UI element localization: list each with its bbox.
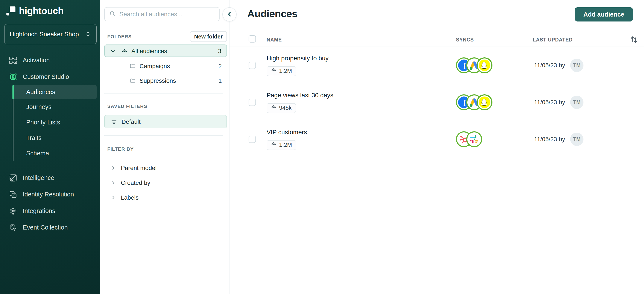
sort-arrows-icon [630,41,639,45]
avatar[interactable]: TM [570,59,584,72]
search-box [104,7,220,21]
panel-divider [104,135,223,136]
snapchat-sync-icon[interactable] [476,94,492,110]
folder-label: Suppressions [140,77,176,84]
saved-filter-label: Default [122,118,140,125]
folder-campaigns[interactable]: Campaigns 2 [104,60,227,72]
sidebar: hightouch Hightouch Sneaker Shop [0,0,100,294]
sort-button[interactable] [629,34,639,45]
table-row[interactable]: VIP customers 1.2M [230,121,644,158]
chevron-left-icon [226,11,233,19]
table-row[interactable]: Page views last 30 days 945k [230,84,644,121]
sidebar-item-identity-resolution[interactable]: Identity Resolution [0,186,100,203]
filter-group-labels[interactable]: Labels [104,190,227,205]
integrations-icon [9,207,17,215]
sidebar-item-traits[interactable]: Traits [0,130,100,145]
audience-size: 1.2M [279,142,292,148]
search-input[interactable] [119,11,215,18]
folder-icon [130,63,136,70]
syncs-cell [456,121,482,158]
chevron-down-icon [110,48,116,55]
folder-suppressions[interactable]: Suppressions 1 [104,74,227,87]
new-folder-button[interactable]: New folder [190,31,227,42]
filter-group-parent-model[interactable]: Parent model [104,161,227,176]
customer-studio-subnav: Audiences Journeys Priority Lists Traits… [0,85,100,161]
workspace-selector[interactable]: Hightouch Sneaker Shop [4,24,96,44]
hightouch-logo-icon [6,7,16,16]
row-checkbox[interactable] [248,136,256,143]
folders-panel: FOLDERS New folder All audiences 3 [100,0,230,294]
svg-text:f: f [463,98,466,108]
syncs-cell: f [456,84,492,121]
identity-resolution-icon [9,190,17,199]
audience-name[interactable]: High propensity to buy [266,55,329,62]
folder-all-audiences[interactable]: All audiences 3 [104,45,227,57]
slack-sync-icon[interactable] [466,131,482,147]
table-row[interactable]: High propensity to buy 1.2M [230,47,644,84]
subnav-item-label: Priority Lists [26,119,60,126]
up-down-chevron-icon [85,31,91,38]
collapse-panel-button[interactable] [222,7,236,22]
audience-size-badge: 945k [266,103,296,113]
sidebar-item-integrations[interactable]: Integrations [0,203,100,219]
audience-name-cell: Page views last 30 days 945k [266,84,334,121]
audience-size: 945k [279,105,292,111]
search-icon [109,10,116,18]
audience-size: 1.2M [279,68,292,74]
folder-icon [130,78,136,85]
filter-icon [111,119,117,126]
row-checkbox[interactable] [248,62,256,69]
logo-text: hightouch [19,6,64,16]
sidebar-item-intelligence[interactable]: Intelligence [0,170,100,186]
last-updated-text: 11/05/23 by [534,62,565,69]
syncs-cell: f [456,47,492,84]
audience-group-icon [122,48,128,55]
saved-filters-section-label: SAVED FILTERS [107,104,147,109]
sidebar-item-label: Intelligence [23,174,54,181]
folders-section-label: FOLDERS [107,34,132,40]
sidebar-item-event-collection[interactable]: Event Collection [0,219,100,236]
filter-group-label: Created by [121,179,150,186]
audience-name[interactable]: VIP customers [266,129,307,136]
last-updated-text: 11/05/23 by [534,136,565,143]
column-header-last-updated: LAST UPDATED [533,37,573,43]
sidebar-item-customer-studio[interactable]: Customer Studio [0,69,100,85]
folder-label: All audiences [132,48,167,55]
sidebar-item-label: Identity Resolution [23,191,74,198]
main-content: Audiences Add audience NAME SYNCS LAST U… [230,0,644,294]
last-updated-cell: 11/05/23 by TM [534,84,584,121]
row-checkbox[interactable] [248,99,256,106]
audience-table-body: High propensity to buy 1.2M [230,47,644,158]
audience-group-icon [271,68,276,75]
avatar[interactable]: TM [570,96,584,109]
workspace-name: Hightouch Sneaker Shop [10,31,79,38]
sidebar-item-label: Event Collection [23,224,68,231]
sidebar-item-journeys[interactable]: Journeys [0,99,100,115]
sidebar-item-label: Integrations [23,207,56,214]
sidebar-item-schema[interactable]: Schema [0,145,100,161]
snapchat-sync-icon[interactable] [476,57,492,73]
avatar[interactable]: TM [570,133,584,146]
sidebar-item-activation[interactable]: Activation [0,52,100,69]
select-all-checkbox[interactable] [248,35,256,43]
sidebar-item-priority-lists[interactable]: Priority Lists [0,115,100,130]
saved-filter-default[interactable]: Default [104,115,227,128]
event-collection-icon [9,223,17,232]
folder-count: 2 [218,63,222,70]
chevron-right-icon [110,180,116,186]
sidebar-item-label: Activation [23,57,50,64]
folder-count: 1 [218,77,222,84]
panel-divider [104,94,223,94]
subnav-item-label: Schema [26,150,49,157]
sidebar-item-audiences[interactable]: Audiences [12,85,96,99]
last-updated-text: 11/05/23 by [534,99,565,106]
filter-group-label: Parent model [121,165,157,171]
audience-group-icon [271,104,276,112]
last-updated-cell: 11/05/23 by TM [534,47,584,84]
hightouch-logo[interactable]: hightouch [6,6,64,16]
audience-name[interactable]: Page views last 30 days [266,92,334,99]
svg-text:f: f [463,61,466,71]
table-header: NAME SYNCS LAST UPDATED [230,0,644,47]
activation-icon [9,56,17,65]
filter-group-created-by[interactable]: Created by [104,176,227,190]
